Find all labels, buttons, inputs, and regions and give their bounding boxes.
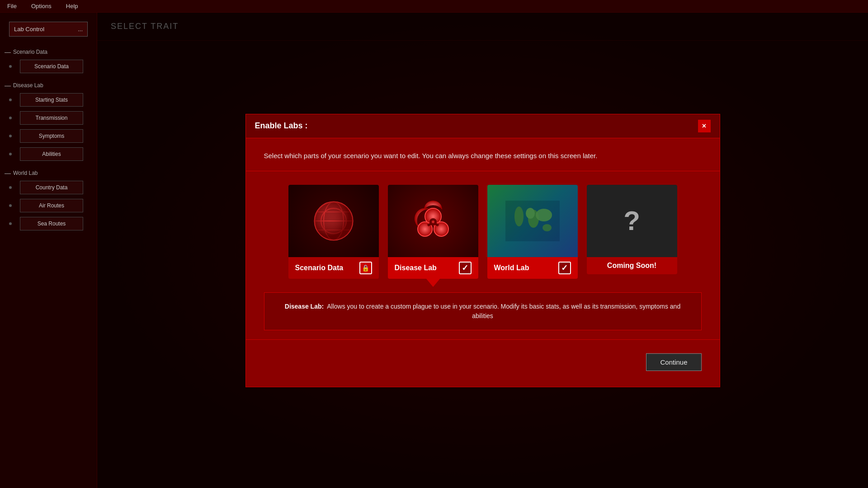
- enable-labs-modal: Enable Labs : × Select which parts of yo…: [245, 114, 720, 387]
- disease-lab-image: [388, 185, 478, 257]
- sidebar-btn-sea-routes[interactable]: Sea Routes: [20, 217, 83, 230]
- coming-soon-label: Coming Soon!: [607, 262, 656, 270]
- info-box: Disease Lab: Allows you to create a cust…: [264, 292, 702, 330]
- worldmap-icon: [505, 201, 560, 241]
- continue-button[interactable]: Continue: [646, 353, 701, 371]
- menu-file[interactable]: File: [5, 2, 19, 10]
- menu-help[interactable]: Help: [63, 2, 81, 10]
- lab-card-world-lab[interactable]: World Lab ✓: [487, 185, 578, 279]
- scenario-data-label: Scenario Data: [295, 264, 344, 272]
- disease-lab-label: Disease Lab: [395, 264, 437, 272]
- coming-soon-footer: Coming Soon!: [587, 257, 677, 274]
- scenario-data-footer: Scenario Data 🔒: [288, 257, 379, 279]
- modal-close-button[interactable]: ×: [698, 120, 711, 132]
- lab-cards-container: Scenario Data 🔒: [264, 185, 702, 279]
- info-box-text: Disease Lab: Allows you to create a cust…: [276, 302, 690, 321]
- modal-body: Select which parts of your scenario you …: [246, 138, 720, 387]
- sidebar-dot: [9, 65, 12, 68]
- svg-rect-22: [505, 201, 560, 241]
- sidebar-dot: [9, 99, 12, 101]
- disease-lab-check-badge: ✓: [459, 262, 472, 274]
- sidebar-btn-air-routes[interactable]: Air Routes: [20, 199, 83, 212]
- svg-point-15: [432, 221, 434, 223]
- sidebar-section-disease-header[interactable]: — Disease Lab: [5, 82, 92, 89]
- modal-header: Enable Labs : ×: [246, 114, 720, 138]
- disease-lab-footer: Disease Lab ✓: [388, 257, 478, 279]
- sidebar-dot: [9, 186, 12, 189]
- sidebar-btn-scenario-data[interactable]: Scenario Data: [20, 60, 83, 73]
- world-lab-image: [487, 185, 578, 257]
- biohazard-icon: [410, 198, 456, 244]
- sidebar-dot: [9, 117, 12, 119]
- sidebar-dot: [9, 153, 12, 155]
- info-box-content: Allows you to create a custom plague to …: [327, 303, 680, 319]
- sidebar-dot: [9, 222, 12, 225]
- scenario-data-lock-badge: 🔒: [359, 262, 372, 274]
- sidebar-btn-transmission[interactable]: Transmission: [20, 111, 83, 125]
- sidebar-dot: [9, 204, 12, 207]
- sidebar-btn-starting-stats[interactable]: Starting Stats: [20, 93, 83, 107]
- menu-options[interactable]: Options: [28, 2, 54, 10]
- sidebar-section-scenario: — Scenario Data Scenario Data: [0, 46, 97, 79]
- sidebar-section-scenario-header[interactable]: — Scenario Data: [5, 48, 92, 56]
- lab-card-disease-lab[interactable]: Disease Lab ✓: [388, 185, 478, 279]
- sidebar-dot: [9, 135, 12, 137]
- sidebar-section-world-header[interactable]: — World Lab: [5, 169, 92, 177]
- scenario-data-image: [288, 185, 379, 257]
- sidebar-btn-abilities[interactable]: Abilities: [20, 147, 83, 161]
- world-lab-check-badge: ✓: [558, 262, 571, 274]
- modal-title: Enable Labs :: [255, 121, 308, 131]
- sidebar-section-world: — World Lab Country Data Air Routes Sea …: [0, 167, 97, 236]
- modal-overlay: Enable Labs : × Select which parts of yo…: [97, 13, 868, 488]
- lab-card-coming-soon[interactable]: ? Coming Soon!: [587, 185, 677, 279]
- world-lab-label: World Lab: [494, 264, 529, 272]
- sidebar: Lab Control ... — Scenario Data Scenario…: [0, 13, 97, 488]
- active-card-arrow: [426, 279, 440, 287]
- modal-description: Select which parts of your scenario you …: [264, 152, 702, 160]
- sidebar-btn-symptoms[interactable]: Symptoms: [20, 129, 83, 143]
- svg-point-7: [315, 202, 353, 240]
- globe-icon: [311, 198, 356, 244]
- sidebar-btn-country-data[interactable]: Country Data: [20, 181, 83, 194]
- world-lab-footer: World Lab ✓: [487, 257, 578, 279]
- sidebar-section-disease: — Disease Lab Starting Stats Transmissio…: [0, 79, 97, 167]
- modal-footer: Continue: [264, 349, 702, 373]
- lab-card-scenario-data[interactable]: Scenario Data 🔒: [288, 185, 379, 279]
- info-box-label: Disease Lab:: [285, 303, 324, 310]
- question-mark-icon: ?: [623, 205, 640, 236]
- main-content: SELECT TRAIT Enable Labs : × Select whic…: [97, 13, 868, 488]
- coming-soon-image: ?: [587, 185, 677, 257]
- lab-control-button[interactable]: Lab Control ...: [9, 22, 88, 37]
- menu-bar: File Options Help: [0, 0, 868, 13]
- modal-top-divider: [246, 171, 720, 171]
- modal-bottom-divider: [246, 339, 720, 340]
